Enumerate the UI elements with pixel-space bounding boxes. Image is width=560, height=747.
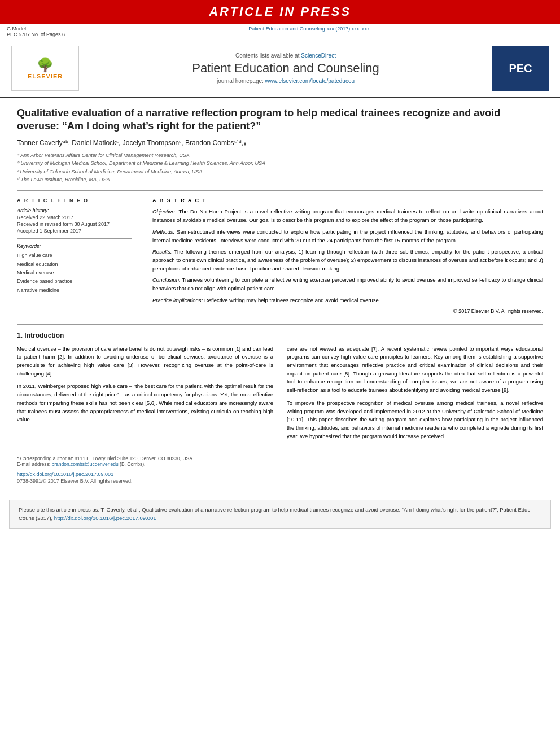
- citation-box: Please cite this article in press as: T.…: [9, 500, 551, 528]
- footnote-area: * Corresponding author at: 8111 E. Lowry…: [17, 452, 543, 467]
- homepage-label: journal homepage:: [217, 78, 264, 84]
- article-title: Qualitative evaluation of a narrative re…: [17, 107, 543, 133]
- doi-header: Patient Education and Counseling xxx (20…: [248, 26, 370, 37]
- affiliation-a: ᵃ Ann Arbor Veterans Affairs Center for …: [17, 151, 543, 159]
- intro-para-2: In 2011, Weinberger proposed high value …: [17, 382, 273, 424]
- contents-line: Contents lists available at ScienceDirec…: [88, 53, 483, 59]
- abstract-results: Results: The following themes emerged fr…: [152, 248, 543, 273]
- doi-bottom-link: http://dx.doi.org/10.1016/j.pec.2017.09.…: [17, 471, 543, 477]
- keywords-list: High value care Medical education Medica…: [17, 251, 132, 294]
- article-info-col: A R T I C L E I N F O Article history: R…: [17, 198, 141, 313]
- revised-date: Received in revised form 30 August 2017: [17, 221, 132, 227]
- keywords-label: Keywords:: [17, 243, 132, 249]
- article-info-abstract: A R T I C L E I N F O Article history: R…: [17, 190, 543, 313]
- journal-header: 🌳 ELSEVIER Contents lists available at S…: [0, 40, 560, 98]
- contents-label: Contents lists available at: [235, 53, 299, 59]
- keyword-1: High value care: [17, 251, 132, 260]
- doi-link[interactable]: http://dx.doi.org/10.1016/j.pec.2017.09.…: [17, 471, 113, 477]
- results-label: Results:: [152, 248, 172, 255]
- conclusion-text: Trainees volunteering to complete a refl…: [152, 277, 543, 291]
- intro-para-4: To improve the prospective recognition o…: [287, 399, 543, 441]
- email-person: (B. Combs).: [120, 461, 145, 467]
- keyword-3: Medical overuse: [17, 269, 132, 277]
- citation-doi-link[interactable]: http://dx.doi.org/10.1016/j.pec.2017.09.…: [54, 515, 156, 521]
- abstract-heading: A B S T R A C T: [152, 198, 543, 203]
- article-info-heading: A R T I C L E I N F O: [17, 198, 132, 203]
- elsevier-brand: ELSEVIER: [28, 73, 63, 80]
- journal-title: Patient Education and Counseling: [88, 61, 483, 76]
- abstract-implications: Practice implications: Reflective writin…: [152, 296, 543, 305]
- email-link[interactable]: brandon.combs@ucdenver.edu: [51, 461, 118, 467]
- affiliation-d: ᵈ The Lown Institute, Brookline, MA, USA: [17, 176, 543, 184]
- abstract-conclusion: Conclusion: Trainees volunteering to com…: [152, 276, 543, 292]
- conclusion-label: Conclusion:: [152, 277, 181, 283]
- keyword-4: Evidence based practice: [17, 277, 132, 286]
- objective-text: The Do No Harm Project is a novel reflec…: [152, 208, 543, 223]
- email-label: E-mail address:: [17, 461, 50, 467]
- implications-text: Reflective writing may help trainees rec…: [204, 297, 380, 303]
- introduction-section: 1. Introduction Medical overuse – the pr…: [17, 324, 543, 445]
- g-model-label: G ModelPEC 5787 No. of Pages 6: [7, 26, 65, 37]
- keyword-2: Medical education: [17, 260, 132, 269]
- methods-text: Semi-structured interviews were conducte…: [152, 229, 543, 243]
- intro-left-col: Medical overuse – the provision of care …: [17, 345, 273, 445]
- objective-label: Objective:: [152, 208, 176, 215]
- top-meta: G ModelPEC 5787 No. of Pages 6 Patient E…: [0, 24, 560, 40]
- accepted-date: Accepted 1 September 2017: [17, 228, 132, 234]
- intro-text-cols: Medical overuse – the provision of care …: [17, 345, 543, 445]
- affiliation-c: ᶜ University of Colorado School of Medic…: [17, 168, 543, 176]
- keyword-5: Narrative medicine: [17, 286, 132, 295]
- history-label: Article history:: [17, 208, 132, 213]
- pec-logo: PEC: [492, 46, 549, 91]
- copyright: © 2017 Elsevier B.V. All rights reserved…: [152, 308, 543, 314]
- elsevier-logo: 🌳 ELSEVIER: [11, 46, 79, 91]
- journal-homepage: journal homepage: www.elsevier.com/locat…: [88, 78, 483, 84]
- affiliation-b: ᵇ University of Michigan Medical School,…: [17, 159, 543, 167]
- page: ARTICLE IN PRESS G ModelPEC 5787 No. of …: [0, 0, 560, 747]
- abstract-objective: Objective: The Do No Harm Project is a n…: [152, 208, 543, 224]
- intro-para-3: care are not viewed as adequate [7]. A r…: [287, 345, 543, 395]
- affiliations: ᵃ Ann Arbor Veterans Affairs Center for …: [17, 151, 543, 184]
- corresponding-footnote: * Corresponding author at: 8111 E. Lowry…: [17, 456, 543, 461]
- intro-right-col: care are not viewed as adequate [7]. A r…: [287, 345, 543, 445]
- info-divider: [17, 238, 132, 239]
- intro-para-1: Medical overuse – the provision of care …: [17, 345, 273, 378]
- article-body: Qualitative evaluation of a narrative re…: [0, 98, 560, 493]
- abstract-methods: Methods: Semi-structured interviews were…: [152, 228, 543, 244]
- journal-center: Contents lists available at ScienceDirec…: [88, 53, 483, 84]
- tree-icon: 🌳: [37, 57, 54, 73]
- article-in-press-banner: ARTICLE IN PRESS: [0, 0, 560, 24]
- methods-label: Methods:: [152, 229, 174, 235]
- authors: Tanner Caverlyᵃᵇ, Daniel Matlockᶜ, Jocel…: [17, 139, 543, 147]
- doi-issn: 0738-3991/© 2017 Elsevier B.V. All right…: [17, 478, 543, 484]
- results-text: The following themes emerged from our an…: [152, 248, 543, 271]
- sciencedirect-link[interactable]: ScienceDirect: [301, 53, 336, 59]
- abstract-col: A B S T R A C T Objective: The Do No Har…: [152, 198, 543, 313]
- intro-heading: 1. Introduction: [17, 331, 543, 339]
- received-date: Received 22 March 2017: [17, 215, 132, 220]
- implications-label: Practice implications:: [152, 297, 203, 303]
- email-footnote: E-mail address: brandon.combs@ucdenver.e…: [17, 461, 543, 467]
- homepage-url[interactable]: www.elsevier.com/locate/pateducou: [265, 78, 355, 84]
